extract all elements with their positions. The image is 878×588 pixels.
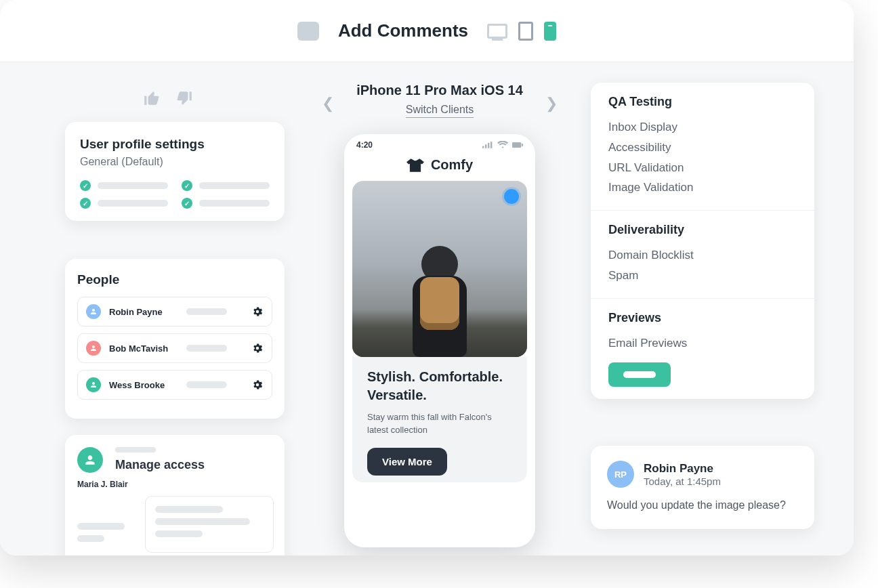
mobile-icon[interactable] — [544, 22, 556, 41]
phone-status-bar: 4:20 — [344, 134, 535, 156]
thumbs-up-icon[interactable] — [142, 89, 161, 107]
hero-heading: Stylish. Comfortable. Versatile. — [367, 368, 512, 404]
phone-preview: 4:20 Comfy St — [344, 134, 535, 547]
svg-rect-3 — [490, 142, 492, 148]
check-icon: ✓ — [80, 180, 91, 191]
comment-avatar: RP — [607, 461, 634, 488]
placeholder-bar — [98, 200, 168, 207]
status-time: 4:20 — [356, 140, 373, 150]
hero-sub: Stay warm this fall with Falcon's latest… — [367, 411, 512, 437]
person-avatar-icon — [86, 377, 101, 392]
tshirt-icon — [406, 158, 424, 173]
manage-access-card: Manage access Maria J. Blair — [65, 435, 285, 555]
comment-author: Robin Payne — [644, 462, 721, 476]
qa-item[interactable]: URL Validation — [608, 158, 797, 178]
brand-name: Comfy — [431, 157, 473, 173]
placeholder-bar — [186, 345, 227, 352]
device-label: iPhone 11 Pro Max iOS 14 Switch Clients — [321, 83, 558, 118]
gear-icon[interactable] — [251, 342, 264, 354]
person-row[interactable]: Robin Payne — [77, 297, 272, 327]
settings-subtitle: General (Default) — [80, 156, 270, 168]
comment-body: Would you update the image please? — [607, 497, 798, 514]
hero-copy: Stylish. Comfortable. Versatile. Stay wa… — [352, 357, 527, 482]
owner-avatar-icon — [77, 447, 103, 473]
setting-item: ✓ — [182, 198, 270, 209]
qa-item[interactable]: Domain Blocklist — [608, 245, 797, 266]
comment-time: Today, at 1:45pm — [644, 476, 721, 487]
qa-panel: QA Testing Inbox Display Accessibility U… — [591, 83, 814, 399]
check-icon: ✓ — [80, 198, 91, 209]
settings-title: User profile settings — [80, 137, 270, 152]
setting-item: ✓ — [182, 180, 270, 191]
desktop-icon[interactable] — [487, 24, 507, 39]
comment-card: RP Robin Payne Today, at 1:45pm Would yo… — [591, 446, 814, 529]
gear-icon[interactable] — [251, 306, 264, 318]
qa-item[interactable]: Image Validation — [608, 177, 797, 198]
svg-rect-5 — [522, 144, 523, 146]
people-title: People — [77, 272, 272, 287]
access-owner: Maria J. Blair — [77, 480, 272, 489]
app-header: Add Comments — [0, 0, 854, 62]
device-switcher — [487, 22, 556, 41]
wifi-icon — [497, 141, 508, 149]
placeholder-bar — [155, 530, 203, 537]
qa-section-title: Deliverability — [608, 223, 797, 237]
workspace: User profile settings General (Default) … — [0, 62, 854, 555]
qa-item[interactable]: Spam — [608, 266, 797, 286]
header-title: Add Comments — [338, 20, 468, 41]
qa-item[interactable]: Accessibility — [608, 138, 797, 158]
comment-marker-icon[interactable] — [504, 189, 519, 204]
access-title: Manage access — [115, 458, 205, 472]
settings-checks: ✓ ✓ ✓ ✓ — [80, 180, 270, 209]
placeholder-bar — [98, 182, 168, 189]
qa-item[interactable]: Inbox Display — [608, 117, 797, 138]
tablet-icon[interactable] — [518, 22, 533, 41]
person-avatar-icon — [86, 341, 101, 356]
svg-rect-2 — [488, 143, 489, 148]
switch-clients-link[interactable]: Switch Clients — [406, 104, 474, 118]
brand-row: Comfy — [344, 156, 535, 181]
view-more-button[interactable]: View More — [367, 448, 447, 476]
qa-section-title: QA Testing — [608, 95, 797, 109]
device-name: iPhone 11 Pro Max iOS 14 — [321, 83, 558, 98]
person-name: Bob McTavish — [109, 343, 170, 354]
svg-rect-0 — [482, 146, 484, 148]
placeholder-bar — [186, 381, 227, 388]
person-name: Wess Brooke — [109, 380, 170, 390]
placeholder-bar — [115, 447, 156, 453]
person-row[interactable]: Wess Brooke — [77, 370, 272, 400]
person-row[interactable]: Bob McTavish — [77, 333, 272, 363]
setting-item: ✓ — [80, 180, 168, 191]
placeholder-bar — [199, 200, 270, 207]
thumbs-down-icon[interactable] — [175, 89, 194, 107]
person-avatar-icon — [86, 304, 101, 319]
access-inner-panel — [145, 496, 274, 553]
check-icon: ✓ — [182, 198, 192, 209]
check-icon: ✓ — [182, 180, 192, 191]
placeholder-bar — [155, 506, 223, 513]
signal-icon — [482, 141, 493, 149]
svg-rect-1 — [485, 144, 486, 148]
run-previews-button[interactable] — [608, 362, 671, 387]
person-name: Robin Payne — [109, 307, 170, 317]
feedback-thumbs — [142, 89, 194, 107]
placeholder-bar — [199, 182, 270, 189]
gear-icon[interactable] — [251, 379, 264, 391]
setting-item: ✓ — [80, 198, 168, 209]
placeholder-bar — [77, 535, 104, 542]
comment-icon — [297, 22, 319, 41]
qa-section-title: Previews — [608, 311, 797, 325]
placeholder-bar — [186, 308, 227, 315]
placeholder-bar — [155, 518, 250, 525]
hero-image — [352, 181, 527, 357]
battery-icon — [512, 141, 523, 149]
qa-item[interactable]: Email Previews — [608, 333, 797, 354]
placeholder-bar — [77, 523, 125, 530]
svg-rect-4 — [512, 142, 521, 148]
user-settings-card: User profile settings General (Default) … — [65, 122, 285, 221]
app-window: Add Comments User profile settings Gener… — [0, 0, 854, 555]
people-card: People Robin Payne Bob McTavish Wess Bro… — [65, 259, 285, 419]
